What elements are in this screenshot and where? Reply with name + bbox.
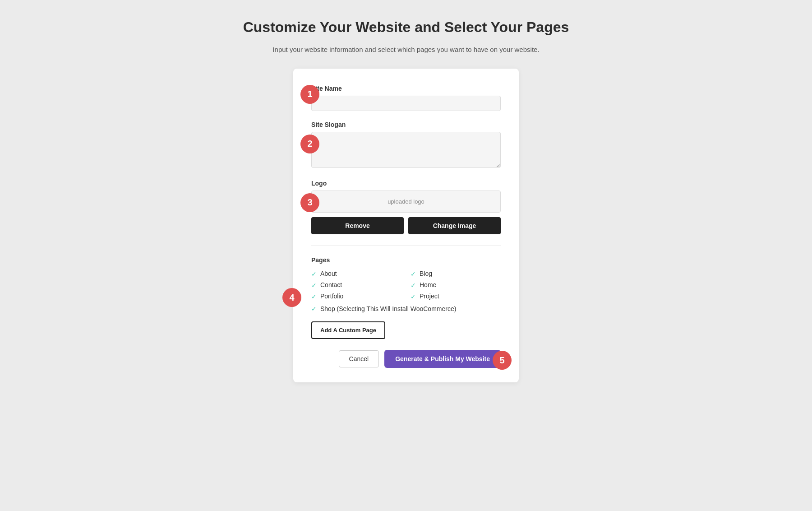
add-custom-page-button[interactable]: Add A Custom Page [311, 321, 385, 339]
list-item: ✓ Project [411, 293, 501, 300]
step-badge-2: 2 [300, 135, 319, 153]
divider [311, 245, 501, 246]
site-name-input[interactable] [311, 96, 501, 111]
page-home-label: Home [420, 281, 436, 288]
step-badge-3: 3 [300, 193, 319, 212]
logo-buttons: Remove Change Image [311, 217, 501, 234]
check-icon: ✓ [311, 293, 317, 300]
page-title: Customize Your Website and Select Your P… [243, 18, 569, 37]
check-icon: ✓ [411, 293, 416, 300]
page-subtitle: Input your website information and selec… [243, 44, 569, 55]
page-about-label: About [320, 270, 337, 277]
shop-item-label: Shop (Selecting This Will Install WooCom… [320, 305, 456, 314]
logo-label: Logo [311, 180, 501, 187]
logo-field-group: 3 Logo uploaded logo Remove Change Image [311, 180, 501, 234]
step-badge-5: 5 [493, 351, 512, 370]
step-badge-4: 4 [282, 288, 301, 307]
pages-label: Pages [311, 256, 501, 264]
cancel-button[interactable]: Cancel [339, 350, 379, 367]
page-header: Customize Your Website and Select Your P… [243, 18, 569, 55]
publish-button[interactable]: Generate & Publish My Website [384, 350, 501, 368]
remove-button[interactable]: Remove [311, 217, 404, 234]
list-item: ✓ Contact [311, 281, 401, 289]
site-name-label: Site Name [311, 85, 501, 92]
shop-item: ✓ Shop (Selecting This Will Install WooC… [311, 305, 501, 314]
main-card: 1 Site Name 2 Site Slogan 3 Logo uploade… [293, 69, 519, 383]
pages-grid: ✓ About ✓ Blog ✓ Contact ✓ Home ✓ Portfo… [311, 270, 501, 300]
page-contact-label: Contact [320, 281, 342, 288]
page-project-label: Project [420, 293, 439, 300]
logo-preview: uploaded logo [311, 190, 501, 213]
list-item: ✓ Blog [411, 270, 501, 278]
site-name-field-group: 1 Site Name [311, 85, 501, 111]
check-icon: ✓ [411, 282, 416, 289]
site-slogan-input[interactable] [311, 132, 501, 168]
check-icon: ✓ [311, 270, 317, 278]
site-slogan-field-group: 2 Site Slogan [311, 121, 501, 170]
change-image-button[interactable]: Change Image [408, 217, 501, 234]
check-icon: ✓ [311, 305, 317, 312]
page-blog-label: Blog [420, 270, 432, 277]
step-badge-1: 1 [300, 85, 319, 104]
page-portfolio-label: Portfolio [320, 293, 343, 300]
list-item: ✓ Home [411, 281, 501, 289]
list-item: ✓ About [311, 270, 401, 278]
pages-section: 4 Pages ✓ About ✓ Blog ✓ Contact ✓ Home … [311, 256, 501, 339]
logo-preview-text: uploaded logo [388, 198, 424, 205]
check-icon: ✓ [411, 270, 416, 278]
site-slogan-label: Site Slogan [311, 121, 501, 128]
list-item: ✓ Portfolio [311, 293, 401, 300]
card-footer: Cancel Generate & Publish My Website 5 [311, 350, 501, 368]
check-icon: ✓ [311, 282, 317, 289]
